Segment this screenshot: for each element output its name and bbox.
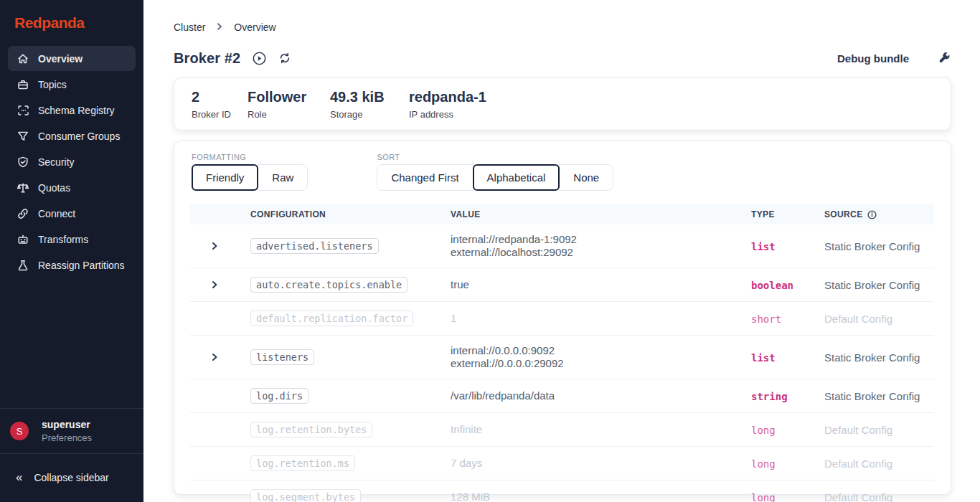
config-source: Default Config (824, 313, 892, 325)
config-type: short (751, 313, 781, 325)
config-name-chip: log.segment.bytes (250, 489, 361, 502)
config-type: long (751, 492, 776, 502)
config-value: internal://redpanda-1:9092 (451, 233, 751, 246)
formatting-label: FORMATTING (192, 153, 308, 161)
sidebar-item-label: Reassign Partitions (38, 260, 125, 271)
redpanda-logo[interactable]: Redpanda (0, 0, 143, 44)
robot-icon (17, 233, 29, 246)
config-type: long (751, 458, 776, 470)
config-table: CONFIGURATION VALUE TYPE SOURCE advertis… (190, 204, 934, 502)
play-circle-icon[interactable] (252, 51, 267, 66)
config-card: FORMATTING Friendly Raw SORT Changed Fir… (174, 141, 951, 495)
config-name-chip: log.retention.bytes (250, 422, 372, 437)
sidebar-item-consumer-groups[interactable]: Consumer Groups (8, 123, 136, 148)
sidebar-item-security[interactable]: Security (8, 149, 136, 174)
formatting-group: Friendly Raw (192, 164, 308, 191)
stat-label: Broker ID (192, 109, 248, 120)
formatting-control: FORMATTING Friendly Raw (192, 153, 308, 191)
formatting-friendly-button[interactable]: Friendly (192, 164, 258, 191)
table-row: log.retention.ms 7 days long Default Con… (190, 447, 934, 480)
table-row: advertised.listeners internal://redpanda… (190, 224, 934, 268)
sidebar-item-label: Quotas (38, 182, 70, 194)
user-profile[interactable]: S superuser Preferences (0, 409, 143, 453)
sidebar-nav: Overview Topics Schema Registry Consumer… (0, 44, 143, 280)
config-name-chip: advertised.listeners (250, 238, 379, 254)
configuration-column-header: CONFIGURATION (250, 204, 451, 224)
type-column-header: TYPE (751, 204, 824, 224)
config-type: boolean (751, 280, 793, 291)
config-source: Default Config (824, 458, 892, 470)
schema-registry-icon (17, 104, 29, 117)
stat-value: 2 (192, 88, 248, 105)
expand-row-icon[interactable] (210, 353, 219, 361)
table-row: log.dirs /var/lib/redpanda/data string S… (190, 379, 934, 413)
sort-alphabetical-button[interactable]: Alphabetical (473, 164, 560, 191)
stat-label: IP address (409, 109, 486, 120)
expand-column-header (190, 204, 250, 224)
wrench-icon[interactable] (938, 52, 951, 65)
sort-changed-first-button[interactable]: Changed First (377, 164, 473, 191)
stat-value: Follower (248, 88, 330, 105)
page-title: Broker #2 (174, 50, 240, 67)
avatar: S (10, 422, 29, 440)
preferences-link[interactable]: Preferences (42, 432, 92, 443)
stat-label: Storage (330, 109, 409, 120)
sort-none-button[interactable]: None (559, 164, 613, 191)
table-row: default.replication.factor 1 short Defau… (190, 302, 934, 336)
collapse-sidebar-label: Collapse sidebar (34, 472, 108, 483)
sidebar-item-reassign-partitions[interactable]: Reassign Partitions (8, 252, 136, 278)
table-row: listeners internal://0.0.0.0:9092 extern… (190, 336, 934, 379)
config-source: Static Broker Config (824, 240, 920, 252)
info-icon[interactable] (867, 210, 877, 219)
title-row: Broker #2 Debug bundle (174, 47, 951, 69)
sidebar-item-label: Transforms (38, 234, 88, 245)
stat-value: 49.3 kiB (330, 88, 409, 105)
double-chevron-left-icon: « (16, 471, 22, 483)
refresh-icon[interactable] (278, 52, 291, 65)
config-source: Static Broker Config (824, 351, 920, 364)
config-source: Default Config (824, 491, 892, 502)
main-content: Cluster Overview Broker #2 Debug bundle … (143, 0, 980, 502)
sidebar-item-overview[interactable]: Overview (8, 46, 136, 71)
expand-row-icon[interactable] (210, 280, 219, 289)
config-value: external://0.0.0.0:29092 (451, 357, 751, 370)
shield-check-icon (17, 156, 29, 169)
stat-role: Follower Role (248, 88, 330, 120)
table-row: log.segment.bytes 128 MiB long Default C… (190, 480, 934, 502)
stat-broker-id: 2 Broker ID (192, 88, 248, 120)
sidebar-item-topics[interactable]: Topics (8, 72, 136, 97)
sidebar-item-transforms[interactable]: Transforms (8, 227, 136, 252)
value-column-header: VALUE (451, 204, 751, 224)
config-name-chip: log.retention.ms (250, 455, 355, 471)
config-type: list (751, 352, 776, 364)
sidebar-item-label: Overview (38, 53, 83, 65)
config-name-chip: listeners (250, 349, 314, 365)
sidebar: Redpanda Overview Topics Schema Registry… (0, 0, 143, 502)
sidebar-item-connect[interactable]: Connect (8, 201, 136, 226)
config-value: /var/lib/redpanda/data (451, 389, 751, 402)
funnel-icon (17, 130, 29, 143)
table-row: auto.create.topics.enable true boolean S… (190, 268, 934, 302)
flask-icon (17, 259, 29, 272)
sidebar-bottom: S superuser Preferences « Collapse sideb… (0, 408, 143, 502)
sort-label: SORT (377, 153, 613, 161)
config-value: 1 (451, 312, 751, 325)
config-value: external://localhost:29092 (451, 246, 751, 259)
formatting-raw-button[interactable]: Raw (258, 164, 308, 191)
config-source: Static Broker Config (824, 390, 920, 402)
sidebar-item-label: Schema Registry (38, 105, 115, 116)
config-type: string (751, 391, 788, 402)
sidebar-item-label: Consumer Groups (38, 131, 120, 142)
source-column-header: SOURCE (824, 204, 934, 224)
link-icon (17, 207, 29, 220)
sidebar-item-schema-registry[interactable]: Schema Registry (8, 98, 136, 123)
home-icon (17, 52, 29, 65)
sidebar-item-label: Connect (38, 208, 75, 219)
expand-row-icon[interactable] (210, 242, 219, 250)
breadcrumb-cluster[interactable]: Cluster (174, 22, 205, 33)
sidebar-item-quotas[interactable]: Quotas (8, 175, 136, 200)
scales-icon (17, 181, 29, 194)
collapse-sidebar-button[interactable]: « Collapse sidebar (0, 454, 143, 502)
debug-bundle-link[interactable]: Debug bundle (837, 52, 909, 65)
config-value: true (451, 278, 751, 291)
